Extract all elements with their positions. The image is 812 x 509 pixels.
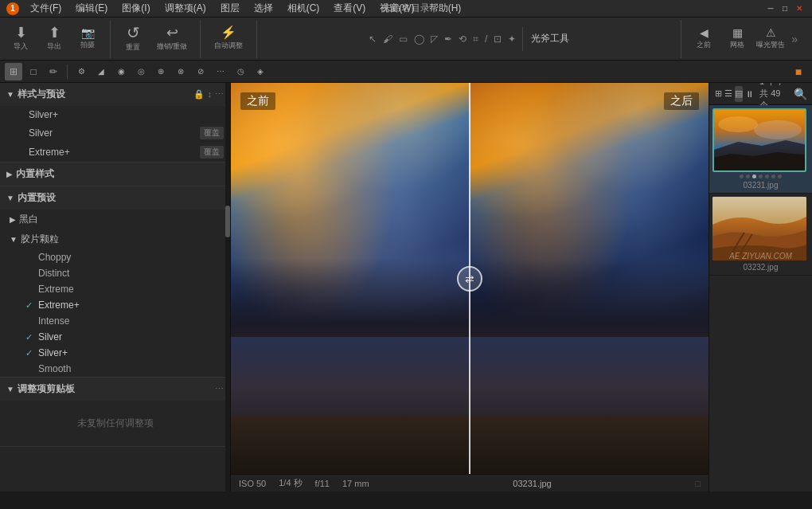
exposure-warning-button[interactable]: ⚠ 曝光警告 (755, 22, 787, 57)
crop-tool-btn[interactable]: ⚙ (72, 63, 90, 80)
filmgrain-subsection[interactable]: ▼ 胶片颗粒 (0, 229, 230, 249)
grain-smooth[interactable]: Smooth (0, 361, 230, 377)
menu-adjust[interactable]: 调整项(A) (158, 0, 213, 17)
left-scrollbar-track[interactable] (225, 83, 230, 491)
preset-name: Silver+ (29, 109, 224, 120)
thumb-dot (771, 174, 775, 178)
clone-icon[interactable]: ⌗ (473, 33, 478, 45)
grain-distinct[interactable]: Distinct (0, 265, 230, 281)
menu-layer[interactable]: 图层 (214, 0, 246, 17)
details-btn[interactable]: ⋯ (212, 63, 229, 80)
maximize-button[interactable]: □ (779, 2, 791, 15)
presets-section: ▼ 样式与预设 🔒 ↕ ⋯ Silver+ Silver 覆盖 Extreme+ (0, 83, 230, 162)
pen-tool-icon[interactable]: ✒ (444, 33, 452, 45)
redeye-btn[interactable]: ⊕ (152, 63, 170, 80)
lock-icon[interactable]: 🔒 (193, 89, 205, 100)
reset-button[interactable]: ↺ 重置 (117, 22, 149, 57)
menu-camera[interactable]: 相机(C) (281, 0, 326, 17)
more-tools-icon[interactable]: » (791, 33, 798, 45)
bw-subsection[interactable]: ▶ 黑白 (0, 209, 230, 229)
thumb-item-1[interactable]: 03231.jpg (709, 105, 812, 194)
presets-chevron: ▼ (6, 90, 14, 99)
split-handle[interactable]: ⇄ (457, 266, 482, 292)
main-toolbar: ⬇ 导入 ⬆ 导出 📷 拍摄 ↺ 重置 ↩ 撤销/重做 ⚡ 自动调整 ↖ 🖌 ▭ (0, 18, 812, 61)
crop-icon[interactable]: ⊡ (494, 33, 502, 45)
radial-tool-icon[interactable]: ◯ (414, 33, 424, 45)
grain-silver[interactable]: ✓ Silver (0, 329, 230, 345)
thumb-item-2[interactable]: AE ZIYUAN.COM 03232.jpg (709, 194, 812, 276)
preset-name: Extreme+ (29, 147, 200, 158)
view-pause-icon[interactable]: ⏸ (745, 86, 754, 102)
straighten-btn[interactable]: ◢ (92, 63, 110, 80)
menu-select[interactable]: 选择 (248, 0, 279, 17)
heal-icon[interactable]: ✦ (508, 33, 516, 45)
preset-item-silver[interactable]: Silver 覆盖 (0, 123, 230, 143)
grain-name: Extreme (38, 284, 74, 295)
gradient-tool-icon[interactable]: ◸ (431, 33, 438, 45)
thumb-dot (778, 174, 782, 178)
undo-button[interactable]: ↩ 撤销/重做 (150, 22, 193, 57)
check-icon: ✓ (25, 300, 37, 311)
view-grid-btn[interactable]: ⊞ (5, 63, 22, 80)
presets-section-header[interactable]: ▼ 样式与预设 🔒 ↕ ⋯ (0, 83, 230, 106)
grain-extremeplus[interactable]: ✓ Extreme+ (0, 297, 230, 313)
grid-icon: ▦ (732, 27, 743, 38)
menu-image[interactable]: 图像(I) (115, 0, 156, 17)
svg-point-2 (754, 120, 802, 139)
builtin-presets-header[interactable]: ▼ 内置预设 (0, 186, 230, 209)
minimize-button[interactable]: ─ (764, 2, 777, 15)
view-filmstrip-icon[interactable]: ▤ (735, 86, 743, 102)
adj-more-icon[interactable]: ⋯ (215, 384, 224, 394)
brush-tool-icon[interactable]: 🖌 (383, 33, 392, 45)
auto-adjust-button[interactable]: ⚡ 自动调整 (207, 22, 250, 57)
thumb-svg-1 (714, 110, 806, 172)
adjustments-header[interactable]: ▼ 调整项剪贴板 ⋯ (0, 378, 230, 401)
grain-intense[interactable]: Intense (0, 313, 230, 329)
view-grid-icon[interactable]: ⊞ (714, 86, 722, 102)
view-draw-btn[interactable]: ✏ (45, 63, 62, 80)
split-container: ⇄ 之前 之后 (231, 83, 709, 474)
search-icon[interactable]: 🔍 (794, 88, 807, 100)
export-button[interactable]: ⬆ 导出 (38, 22, 70, 57)
select-tool-icon[interactable]: ↖ (369, 33, 377, 45)
noise-btn[interactable]: ⊘ (192, 63, 209, 80)
menu-file[interactable]: 文件(F) (24, 0, 68, 17)
left-scrollbar-thumb[interactable] (225, 206, 230, 237)
view-single-btn[interactable]: □ (25, 63, 42, 80)
before-label: 之前 (240, 92, 275, 110)
filmstrip-icon[interactable]: ■ (790, 63, 807, 80)
grain-name: Smooth (38, 363, 71, 374)
cloud-layer (231, 83, 470, 279)
close-button[interactable]: ✕ (793, 2, 806, 15)
transform-btn[interactable]: ◈ (252, 63, 269, 80)
more-icon[interactable]: ⋯ (215, 89, 224, 100)
thumb-dot (746, 174, 750, 178)
lens-btn[interactable]: ◷ (232, 63, 249, 80)
grid-button[interactable]: ▦ 网格 (721, 22, 753, 57)
preset-item-silverplus[interactable]: Silver+ (0, 106, 230, 123)
menu-view[interactable]: 查看(V) (327, 0, 372, 17)
before-icon: ◀ (700, 27, 709, 38)
whitebalance-btn[interactable]: ⊗ (172, 63, 189, 80)
healing-btn[interactable]: ◉ (112, 63, 130, 80)
line-tool-icon[interactable]: / (485, 33, 487, 45)
sync-icon[interactable]: ↕ (208, 89, 213, 100)
grain-extreme[interactable]: Extreme (0, 281, 230, 297)
stamp-btn[interactable]: ◎ (132, 63, 150, 80)
menu-edit[interactable]: 编辑(E) (69, 0, 114, 17)
grain-silverplus[interactable]: ✓ Silver+ (0, 345, 230, 361)
retouch-icon[interactable]: ⟲ (459, 33, 467, 45)
builtin-styles-header[interactable]: ▶ 内置样式 (0, 162, 230, 186)
undo-label: 撤销/重做 (157, 41, 188, 52)
capture-button[interactable]: 📷 拍摄 (72, 22, 103, 57)
exposure-label: 曝光警告 (756, 40, 785, 50)
import-button[interactable]: ⬇ 导入 (5, 22, 37, 57)
adjustments-section: ▼ 调整项剪贴板 ⋯ 未复制任何调整项 (0, 378, 230, 447)
filmgrain-chevron: ▼ (10, 235, 18, 244)
before-button[interactable]: ◀ 之前 (688, 22, 720, 57)
rect-tool-icon[interactable]: ▭ (399, 33, 408, 45)
preset-item-extremeplus[interactable]: Extreme+ 覆盖 (0, 143, 230, 162)
view-list-icon[interactable]: ☰ (724, 86, 732, 102)
toolbar2-sep1 (67, 65, 68, 79)
grain-choppy[interactable]: Choppy (0, 249, 230, 265)
